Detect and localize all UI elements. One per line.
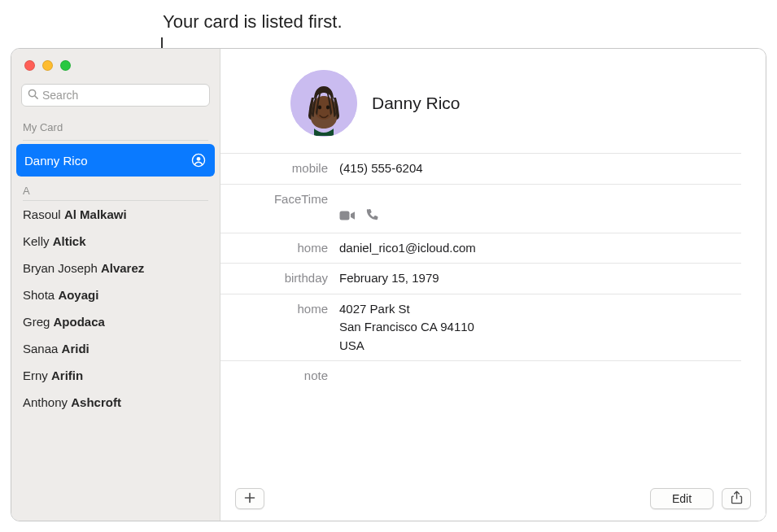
contact-list[interactable]: My Card Danny Rico A Rasoul Al Malkawi K…: [11, 113, 220, 521]
video-icon[interactable]: [339, 190, 356, 227]
list-item-mycard[interactable]: Danny Rico: [16, 144, 215, 177]
last-name: Alvarez: [101, 261, 144, 275]
field-value[interactable]: daniel_rico1@icloud.com: [339, 239, 476, 258]
sidebar: My Card Danny Rico A Rasoul Al Malkawi K…: [11, 49, 220, 521]
svg-point-6: [318, 106, 321, 110]
field-value[interactable]: (415) 555-6204: [339, 159, 423, 178]
close-window-button[interactable]: [24, 60, 35, 71]
field-list: mobile (415) 555-6204 FaceTime home dani…: [220, 153, 766, 391]
field-value[interactable]: 4027 Park St San Francisco CA 94110 USA: [339, 300, 474, 355]
last-name: Al Malkawi: [64, 207, 127, 221]
last-name: Aoyagi: [58, 288, 98, 302]
field-label: mobile: [220, 159, 339, 178]
search-icon: [27, 88, 39, 103]
last-name: Aridi: [62, 342, 89, 355]
minimize-window-button[interactable]: [42, 60, 53, 71]
list-item[interactable]: Shota Aoyagi: [11, 281, 220, 308]
field-label: home: [220, 300, 339, 355]
zoom-window-button[interactable]: [60, 60, 71, 71]
last-name: Altick: [53, 234, 86, 248]
phone-icon[interactable]: [365, 190, 378, 227]
list-item[interactable]: Greg Apodaca: [11, 308, 220, 335]
annotation-text: Your card is listed first.: [163, 11, 343, 33]
first-name: Kelly: [23, 234, 50, 248]
field-row-birthday: birthday February 15, 1979: [220, 263, 741, 294]
field-label: home: [220, 239, 339, 258]
list-item[interactable]: Bryan Joseph Alvarez: [11, 255, 220, 281]
card-header: Danny Rico: [220, 49, 766, 153]
svg-line-1: [35, 95, 37, 98]
plus-icon: [244, 492, 255, 506]
first-name: Greg: [23, 315, 50, 329]
list-item[interactable]: Erny Arifin: [11, 362, 220, 389]
section-header-A: A: [11, 180, 220, 198]
contact-display-name: Danny Rico: [372, 94, 461, 113]
list-item[interactable]: Rasoul Al Malkawi: [11, 201, 220, 228]
add-contact-button[interactable]: [235, 488, 264, 509]
list-item[interactable]: Kelly Altick: [11, 228, 220, 255]
search-input[interactable]: [42, 89, 204, 102]
field-row-facetime: FaceTime: [220, 184, 741, 233]
field-label: note: [220, 367, 339, 386]
contact-detail-pane: Danny Rico mobile (415) 555-6204 FaceTim…: [220, 49, 766, 521]
first-name: Sanaa: [23, 342, 58, 355]
edit-button[interactable]: Edit: [650, 488, 714, 509]
edit-button-label: Edit: [672, 492, 692, 505]
first-name: Erny: [23, 368, 48, 382]
svg-rect-8: [340, 211, 350, 220]
svg-point-3: [197, 157, 201, 161]
facetime-actions: [339, 190, 378, 227]
avatar[interactable]: [290, 70, 357, 137]
field-row-address: home 4027 Park St San Francisco CA 94110…: [220, 294, 741, 361]
window-traffic-lights: [11, 49, 220, 78]
search-box[interactable]: [21, 84, 210, 107]
person-circle-icon: [190, 152, 207, 168]
field-label: birthday: [220, 269, 339, 288]
first-name: Anthony: [23, 395, 68, 409]
search-container: [11, 78, 220, 113]
section-header-mycard: My Card: [11, 113, 220, 138]
svg-point-7: [326, 106, 330, 110]
list-item[interactable]: Anthony Ashcroft: [11, 389, 220, 416]
first-name: Shota: [23, 288, 55, 302]
share-icon: [731, 491, 743, 507]
last-name: Apodaca: [54, 315, 105, 329]
bottom-toolbar: Edit: [220, 477, 766, 521]
list-item[interactable]: Sanaa Aridi: [11, 335, 220, 362]
first-name: Rasoul: [23, 207, 61, 221]
last-name: Ashcroft: [71, 395, 121, 409]
contact-name-label: Danny Rico: [24, 154, 88, 168]
field-value: February 15, 1979: [339, 269, 439, 288]
last-name: Arifin: [51, 368, 83, 382]
first-name: Bryan Joseph: [23, 261, 98, 275]
field-row-note: note: [220, 360, 741, 391]
field-row-mobile: mobile (415) 555-6204: [220, 153, 741, 184]
field-label: FaceTime: [220, 190, 339, 227]
divider: [23, 140, 208, 141]
share-button[interactable]: [722, 488, 751, 509]
toolbar-right-group: Edit: [650, 488, 751, 509]
field-row-email: home daniel_rico1@icloud.com: [220, 233, 741, 264]
contacts-window: My Card Danny Rico A Rasoul Al Malkawi K…: [11, 48, 766, 521]
